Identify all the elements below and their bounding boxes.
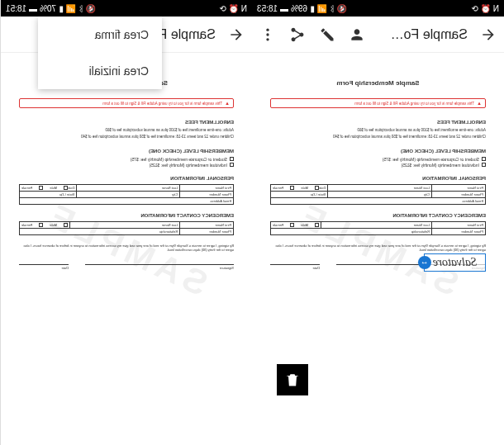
checkbox-label: Individual membership (Monthly fee: $125…: [150, 163, 228, 168]
document-page: SAMPLE Sample Membership Form ▲ This sam…: [7, 63, 245, 435]
document-area[interactable]: SAMPLE Sample Membership Form ▲ This sam…: [252, 53, 504, 445]
wifi-icon: 📶: [317, 4, 327, 13]
profile-icon[interactable]: [348, 26, 366, 44]
table-row: Phone Number Relationship: [20, 228, 234, 234]
checkbox-row-2[interactable]: Individual membership (Monthly fee: $125…: [19, 163, 234, 168]
signature-area: Signature Date: [19, 264, 234, 270]
signature-area: Salvatore ↔ Signature Date: [270, 264, 486, 270]
signature-text: Salvatore: [433, 256, 477, 268]
field-zip[interactable]: State / Zip: [20, 191, 77, 197]
checkbox-icon[interactable]: [230, 157, 234, 161]
field-email[interactable]: Email Address: [20, 197, 234, 204]
section-emergency: EMERGENCY CONTACT INFORMATION: [270, 213, 486, 218]
field-phone[interactable]: Phone Number: [432, 228, 486, 234]
signal-icon: ▮: [310, 4, 315, 13]
section-personal: PERSONAL INFORMATION: [270, 176, 486, 181]
menu-create-initials[interactable]: Crea iniziali: [38, 53, 162, 89]
wifi-icon: 📶: [66, 4, 76, 13]
date-label: Date: [270, 264, 320, 270]
share-icon[interactable]: [288, 26, 307, 44]
field-firstname[interactable]: First Name: [432, 184, 486, 191]
back-icon[interactable]: [227, 26, 245, 44]
section-personal: PERSONAL INFORMATION: [19, 176, 234, 181]
emergency-table: First Name Last Name MaleFemale Phone Nu…: [270, 221, 486, 235]
checkbox-icon[interactable]: [482, 157, 486, 161]
checkbox-label: Individual membership (Monthly fee: $125…: [402, 163, 480, 168]
notification-icon: N: [241, 4, 247, 13]
field-date[interactable]: Date MaleFemale: [271, 184, 328, 191]
field-email[interactable]: Email Address: [271, 197, 486, 204]
enrollment-line1: Adults: one-time enrollment fee of $100 …: [19, 128, 234, 133]
date-field[interactable]: Date: [19, 264, 69, 270]
status-bar: N ⏰ ⟳ 🔇 ᛒ 📶 ▮ 70% ▬ 18:51: [1, 0, 252, 17]
field-relationship[interactable]: Relationship: [20, 228, 180, 234]
field-city[interactable]: City: [328, 191, 432, 197]
sync-icon: ⟳: [220, 4, 226, 13]
alert-text: This sample form is for you to try using…: [354, 102, 474, 106]
warning-icon: ▲: [225, 101, 230, 106]
table-row: Phone Number Relationship: [271, 228, 486, 234]
field-zip[interactable]: State / Zip: [271, 191, 328, 197]
svg-point-2: [266, 38, 269, 40]
checkbox-label: Student or Corporate membership (Monthly…: [131, 157, 227, 162]
enrollment-line2: Children under 12 and teens 13-18: enrol…: [19, 135, 234, 140]
alarm-icon: ⏰: [229, 4, 239, 13]
field-relationship[interactable]: Relationship: [271, 228, 432, 234]
mute-icon: 🔇: [337, 4, 347, 13]
field-lastname[interactable]: Last Name: [70, 221, 180, 228]
personal-table: First Name Last Name Date MaleFemale Pho…: [270, 184, 486, 205]
date-field[interactable]: Date: [270, 264, 320, 270]
field-firstname[interactable]: First Name: [180, 184, 234, 191]
field-firstname[interactable]: First Name: [432, 221, 486, 228]
checkbox-icon[interactable]: [482, 163, 486, 167]
trash-icon: [284, 372, 301, 388]
trash-button[interactable]: [277, 364, 308, 395]
field-city[interactable]: City: [77, 191, 180, 197]
pen-icon[interactable]: [318, 26, 336, 44]
signature-box[interactable]: Salvatore ↔: [424, 253, 486, 272]
phone-left: N ⏰ ⟳ 🔇 ᛒ 📶 ▮ 69% ▬ 18:53 Sample Fo…: [252, 0, 504, 445]
doc-alert: ▲ This sample form is for you to try usi…: [270, 98, 486, 108]
warning-icon: ▲: [477, 101, 482, 106]
field-lastname[interactable]: Last Name: [328, 184, 432, 191]
battery-text: 69%: [291, 4, 307, 13]
enrollment-line2: Children under 12 and teens 13-18: enrol…: [270, 135, 486, 140]
date-label: Date: [19, 264, 69, 270]
checkbox-label: Student or Corporate membership (Monthly…: [383, 157, 479, 162]
checkbox-row-2[interactable]: Individual membership (Monthly fee: $125…: [270, 163, 486, 168]
sync-icon: ⟳: [472, 4, 478, 13]
field-phone[interactable]: Phone Number: [432, 191, 486, 197]
alarm-icon: ⏰: [481, 4, 491, 13]
section-enrollment: ENROLLMENT FEES: [19, 120, 234, 125]
emergency-table: First Name Last Name MaleFemale Phone Nu…: [19, 221, 234, 235]
back-icon[interactable]: [479, 26, 497, 44]
table-row: First Name Last Name Date MaleFemale: [271, 184, 486, 191]
checkbox-icon[interactable]: [230, 163, 234, 167]
field-firstname[interactable]: First Name: [180, 221, 234, 228]
battery-icon: ▬: [29, 4, 37, 13]
table-row: First Name Last Name Date MaleFemale: [20, 184, 234, 191]
field-date[interactable]: Date MaleFemale: [20, 184, 77, 191]
signature-field[interactable]: Salvatore ↔ Signature: [336, 264, 486, 270]
personal-table: First Name Last Name Date MaleFemale Pho…: [19, 184, 234, 205]
field-phone[interactable]: Phone Number: [180, 191, 234, 197]
dropdown-menu: Crea firma Crea iniziali: [38, 17, 162, 89]
section-enrollment: ENROLLMENT FEES: [270, 120, 486, 125]
field-gender[interactable]: MaleFemale: [271, 221, 321, 228]
signature-field[interactable]: Signature: [85, 264, 234, 270]
checkbox-row-1[interactable]: Student or Corporate membership (Monthly…: [270, 157, 486, 162]
checkbox-row-1[interactable]: Student or Corporate membership (Monthly…: [19, 157, 234, 162]
menu-create-signature[interactable]: Crea firma: [38, 17, 162, 53]
table-row: First Name Last Name MaleFemale: [20, 221, 234, 228]
field-lastname[interactable]: Last Name: [321, 221, 432, 228]
more-icon[interactable]: [259, 26, 277, 44]
field-gender[interactable]: MaleFemale: [20, 221, 70, 228]
disclaimer-text: By signing, I agree to remain a Sample G…: [19, 244, 234, 253]
svg-point-1: [266, 33, 269, 36]
bluetooth-icon: ᛒ: [78, 4, 83, 13]
field-lastname[interactable]: Last Name: [77, 184, 180, 191]
doc-alert: ▲ This sample form is for you to try usi…: [19, 98, 234, 108]
field-phone[interactable]: Phone Number: [180, 228, 234, 234]
document-area[interactable]: SAMPLE Sample Membership Form ▲ This sam…: [1, 53, 252, 445]
resize-handle-icon[interactable]: ↔: [418, 256, 431, 269]
